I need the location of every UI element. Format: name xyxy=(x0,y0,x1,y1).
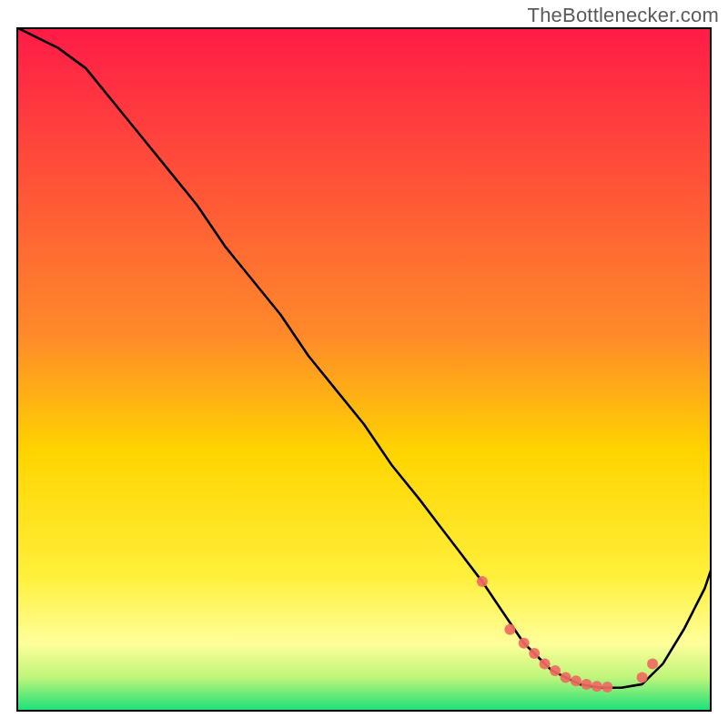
highlight-marker xyxy=(592,681,602,692)
highlight-marker xyxy=(571,675,581,686)
highlight-marker xyxy=(529,648,540,659)
highlight-marker xyxy=(581,679,592,690)
highlight-marker xyxy=(540,658,551,669)
highlight-marker xyxy=(647,658,658,669)
highlight-marker xyxy=(602,682,612,693)
highlight-marker xyxy=(550,665,561,676)
gradient-background xyxy=(16,27,712,712)
highlight-marker xyxy=(477,576,488,587)
highlight-marker xyxy=(519,638,530,649)
chart-canvas xyxy=(16,27,712,712)
watermark-text: TheBottlenecker.com xyxy=(528,4,719,27)
highlight-marker xyxy=(504,624,515,635)
highlight-marker xyxy=(637,672,648,682)
highlight-marker xyxy=(561,672,571,682)
bottleneck-chart xyxy=(16,27,712,712)
